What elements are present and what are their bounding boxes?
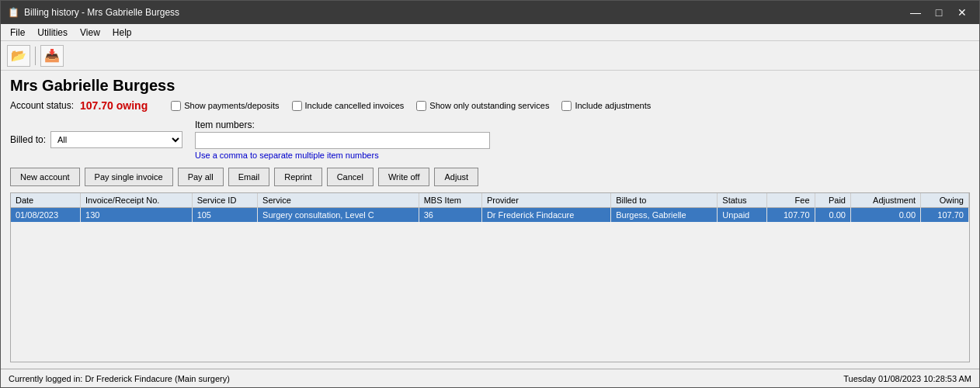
item-numbers-input[interactable]: [195, 132, 490, 149]
checkboxes-row: Show payments/deposits Include cancelled…: [171, 101, 651, 111]
col-invoice: Invoice/Receipt No.: [81, 193, 193, 208]
include-adjustments-checkbox[interactable]: [561, 101, 572, 111]
title-bar: 📋 Billing history - Mrs Gabrielle Burges…: [1, 1, 979, 24]
cell-date: 01/08/2023: [11, 208, 81, 223]
col-mbs-item: MBS Item: [419, 193, 481, 208]
include-cancelled-checkbox[interactable]: [292, 101, 302, 111]
open-button[interactable]: 📂: [7, 45, 30, 67]
include-adjustments-label: Include adjustments: [575, 101, 651, 110]
cell-service: Surgery consultation, Level C: [258, 208, 419, 223]
cell-fee: 107.70: [766, 208, 815, 223]
account-status-label: Account status:: [10, 100, 74, 111]
col-status: Status: [718, 193, 766, 208]
col-service: Service: [258, 193, 419, 208]
patient-name: Mrs Gabrielle Burgess: [10, 77, 970, 95]
cell-billedTo: Burgess, Gabrielle: [611, 208, 718, 223]
table-body: 01/08/2023130105Surgery consultation, Le…: [11, 208, 969, 223]
menu-help[interactable]: Help: [106, 26, 138, 40]
col-billed-to: Billed to: [611, 193, 718, 208]
cell-mbsItem: 36: [419, 208, 481, 223]
cancel-button[interactable]: Cancel: [327, 168, 374, 186]
status-bar: Currently logged in: Dr Frederick Findac…: [1, 369, 979, 387]
actions-row: New account Pay single invoice Pay all E…: [10, 168, 970, 186]
col-owing: Owing: [921, 193, 969, 208]
item-numbers-label: Item numbers:: [195, 120, 490, 130]
include-cancelled-checkbox-label[interactable]: Include cancelled invoices: [292, 101, 405, 111]
toolbar: 📂 📥: [1, 41, 979, 71]
col-paid: Paid: [815, 193, 850, 208]
filters-row: Billed to: All Burgess, Gabrielle Item n…: [10, 120, 970, 160]
billed-to-select[interactable]: All Burgess, Gabrielle: [50, 131, 182, 148]
billing-table: Date Invoice/Receipt No. Service ID Serv…: [11, 193, 969, 222]
cell-paid: 0.00: [815, 208, 850, 223]
menu-bar: File Utilities View Help: [1, 24, 979, 41]
app-icon: 📋: [7, 6, 19, 19]
billed-to-label: Billed to:: [10, 134, 46, 145]
cell-provider: Dr Frederick Findacure: [481, 208, 610, 223]
cell-invoice: 130: [81, 208, 193, 223]
logged-in-text: Currently logged in: Dr Frederick Findac…: [9, 374, 230, 383]
toolbar-divider: [35, 47, 36, 65]
pay-all-button[interactable]: Pay all: [178, 168, 224, 186]
minimize-button[interactable]: —: [905, 4, 926, 21]
account-status-value: 107.70 owing: [80, 99, 148, 112]
show-outstanding-checkbox[interactable]: [416, 101, 426, 111]
menu-utilities[interactable]: Utilities: [31, 26, 74, 40]
account-status-row: Account status: 107.70 owing Show paymen…: [10, 99, 970, 112]
open-icon: 📂: [11, 48, 26, 63]
billing-table-container: Date Invoice/Receipt No. Service ID Serv…: [10, 192, 970, 362]
include-cancelled-label: Include cancelled invoices: [305, 101, 405, 110]
item-numbers-group: Item numbers: Use a comma to separate mu…: [195, 120, 490, 160]
close-button[interactable]: ✕: [951, 4, 973, 21]
main-window: 📋 Billing history - Mrs Gabrielle Burges…: [0, 0, 980, 388]
export-button[interactable]: 📥: [40, 45, 64, 67]
col-date: Date: [11, 193, 81, 208]
billed-to-group: Billed to: All Burgess, Gabrielle: [10, 131, 182, 148]
cell-serviceId: 105: [192, 208, 257, 223]
table-header-row: Date Invoice/Receipt No. Service ID Serv…: [11, 193, 969, 208]
export-icon: 📥: [44, 48, 60, 63]
pay-single-invoice-button[interactable]: Pay single invoice: [85, 168, 173, 186]
show-payments-checkbox[interactable]: [171, 101, 181, 111]
show-payments-label: Show payments/deposits: [184, 101, 279, 110]
reprint-button[interactable]: Reprint: [274, 168, 321, 186]
cell-status: Unpaid: [718, 208, 766, 223]
menu-view[interactable]: View: [74, 26, 106, 40]
adjust-button[interactable]: Adjust: [434, 168, 478, 186]
window-title: Billing history - Mrs Gabrielle Burgess: [24, 7, 905, 18]
email-button[interactable]: Email: [228, 168, 270, 186]
write-off-button[interactable]: Write off: [378, 168, 430, 186]
table-row[interactable]: 01/08/2023130105Surgery consultation, Le…: [11, 208, 969, 223]
menu-file[interactable]: File: [4, 26, 31, 40]
item-numbers-hint: Use a comma to separate multiple item nu…: [195, 151, 490, 160]
window-controls: — □ ✕: [905, 4, 973, 21]
show-outstanding-label: Show only outstanding services: [429, 101, 549, 110]
col-provider: Provider: [481, 193, 610, 208]
cell-owing: 107.70: [921, 208, 969, 223]
col-fee: Fee: [766, 193, 815, 208]
show-payments-checkbox-label[interactable]: Show payments/deposits: [171, 101, 279, 111]
col-service-id: Service ID: [192, 193, 257, 208]
datetime-text: Tuesday 01/08/2023 10:28:53 AM: [843, 374, 971, 383]
cell-adjustment: 0.00: [850, 208, 920, 223]
show-outstanding-checkbox-label[interactable]: Show only outstanding services: [416, 101, 549, 111]
new-account-button[interactable]: New account: [10, 168, 80, 186]
col-adjustment: Adjustment: [850, 193, 920, 208]
content-area: Mrs Gabrielle Burgess Account status: 10…: [1, 71, 979, 369]
maximize-button[interactable]: □: [928, 4, 950, 21]
include-adjustments-checkbox-label[interactable]: Include adjustments: [561, 101, 651, 111]
